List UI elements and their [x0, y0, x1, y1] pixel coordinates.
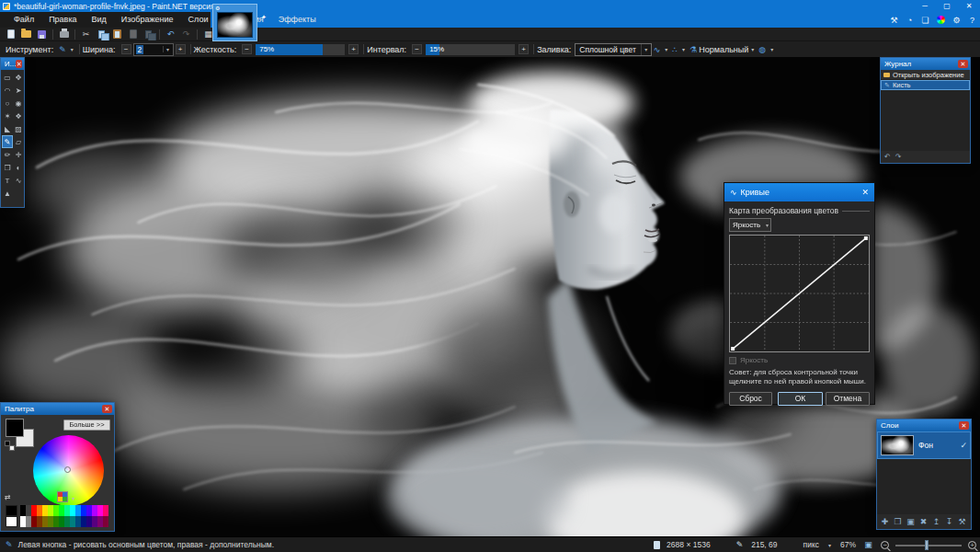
undo-button[interactable]: ↶	[163, 29, 178, 40]
swatch[interactable]	[103, 516, 108, 527]
palette-toggle-icon[interactable]	[935, 14, 947, 26]
tool-recolor[interactable]: ◐	[13, 161, 24, 174]
history-toggle-icon[interactable]: ◔	[904, 14, 916, 26]
palette-panel-close-icon[interactable]: ✕	[102, 405, 112, 413]
tool-move-selected-pixels[interactable]: ✥	[13, 71, 24, 84]
palette-more-button[interactable]: Больше >>	[63, 420, 110, 431]
history-item-open-image[interactable]: Открыть изображение	[881, 70, 970, 80]
tool-text[interactable]: T	[2, 174, 13, 187]
zoom-in-icon[interactable]: +	[968, 541, 976, 549]
hardness-slider[interactable]: 75%	[256, 44, 345, 55]
zoom-slider[interactable]	[895, 540, 962, 550]
crop-button[interactable]	[125, 29, 141, 40]
swatch[interactable]	[103, 505, 108, 516]
layers-panel-close-icon[interactable]: ✕	[959, 421, 969, 430]
palette-menu-chevron[interactable]: ▾	[72, 495, 74, 501]
tool-pan[interactable]: ❖	[13, 109, 24, 122]
cancel-button[interactable]: Отмена	[826, 392, 870, 406]
curve-grid[interactable]	[729, 235, 870, 352]
close-button[interactable]: ✕	[958, 0, 980, 12]
open-file-button[interactable]	[18, 29, 34, 40]
blend-mode-value[interactable]: Нормальный	[699, 45, 748, 54]
width-combo[interactable]: 2 ▾	[133, 43, 174, 56]
menu-file[interactable]: Файл	[6, 12, 41, 28]
tool-eraser[interactable]: ▱	[13, 135, 24, 148]
layer-properties-icon[interactable]: ⚒	[957, 517, 967, 526]
menu-effects[interactable]: Эффекты	[271, 12, 324, 28]
spacing-decrease-button[interactable]: −	[412, 44, 422, 54]
smoothing-chevron[interactable]: ▾	[665, 46, 667, 52]
color-wheel-cursor[interactable]	[64, 466, 71, 473]
tool-paint-bucket[interactable]: ◣	[2, 122, 13, 135]
duplicate-layer-icon[interactable]: ❐	[893, 517, 903, 526]
copy-button[interactable]	[94, 29, 109, 40]
tool-ellipse-select[interactable]: ○	[2, 97, 13, 109]
spacing-slider[interactable]: 15%	[426, 44, 515, 55]
fill-style-combo[interactable]: Сплошной цвет ▾	[575, 43, 652, 56]
width-combo-chevron[interactable]: ▾	[163, 46, 173, 52]
new-file-button[interactable]	[3, 29, 18, 40]
tool-line-curve[interactable]: ∿	[13, 174, 24, 187]
curves-close-icon[interactable]: ✕	[861, 188, 869, 197]
spacing-increase-button[interactable]: +	[518, 44, 529, 54]
units-chevron[interactable]: ▾	[828, 542, 831, 548]
brush-scatter-icon[interactable]: ∴	[672, 45, 678, 54]
paste-button[interactable]	[109, 29, 125, 40]
deselect-button[interactable]	[141, 29, 156, 40]
antialias-chevron[interactable]: ▾	[770, 46, 773, 52]
merge-layer-down-icon[interactable]: ▣	[906, 517, 916, 526]
scatter-chevron[interactable]: ▾	[682, 46, 685, 52]
cut-button[interactable]: ✂	[78, 29, 94, 40]
tools-panel-close-icon[interactable]: ✕	[16, 60, 22, 68]
menu-image[interactable]: Изображение	[114, 12, 181, 28]
layer-visible-check-icon[interactable]: ✓	[960, 441, 967, 450]
image-tab[interactable]: ⚙	[212, 4, 257, 41]
layers-toggle-icon[interactable]: ❏	[919, 14, 931, 26]
width-increase-button[interactable]: +	[176, 44, 186, 54]
zoom-slider-thumb[interactable]	[925, 540, 929, 550]
swatch[interactable]	[6, 505, 17, 516]
layers-panel-title[interactable]: Слои ✕	[877, 420, 971, 431]
tools-panel-title[interactable]: И... ✕	[1, 58, 24, 70]
swatch[interactable]	[6, 516, 17, 527]
zoom-out-icon[interactable]: −	[881, 541, 889, 549]
print-button[interactable]	[56, 29, 72, 40]
tool-paintbrush[interactable]: ✎	[2, 135, 13, 148]
minimize-button[interactable]: ─	[914, 0, 936, 12]
move-layer-down-icon[interactable]: ↧	[944, 517, 954, 526]
palette-menu-icon[interactable]	[57, 491, 68, 502]
tools-toggle-icon[interactable]: ⚒	[888, 14, 900, 26]
tool-rectangle-select[interactable]: ▭	[2, 71, 13, 84]
primary-color-swatch[interactable]	[6, 419, 24, 437]
history-item-brush[interactable]: ✎ Кисть	[881, 80, 970, 90]
image-list-icon[interactable]: ✦	[261, 14, 267, 21]
hardness-decrease-button[interactable]: −	[242, 44, 252, 54]
brightness-checkbox[interactable]: Яркость	[729, 356, 870, 364]
channel-select[interactable]: Яркость ▾	[729, 218, 771, 232]
tool-shapes[interactable]: ▲	[2, 187, 13, 200]
delete-layer-icon[interactable]: ✖	[918, 517, 929, 526]
menu-edit[interactable]: Правка	[41, 12, 84, 28]
swap-colors-icon[interactable]: ⇄	[5, 493, 11, 501]
ok-button[interactable]: ОК	[778, 392, 823, 406]
redo-button[interactable]: ↷	[178, 29, 194, 40]
menu-view[interactable]: Вид	[85, 12, 114, 28]
zoom-value[interactable]: 67%	[840, 540, 856, 549]
save-button[interactable]	[34, 29, 50, 40]
tool-pencil[interactable]: ✏	[2, 148, 13, 161]
add-layer-icon[interactable]: ✚	[880, 517, 890, 526]
tool-color-picker[interactable]: ✛	[13, 148, 24, 161]
tool-clone-stamp[interactable]: ❒	[2, 161, 13, 174]
width-decrease-button[interactable]: −	[121, 44, 131, 54]
settings-icon[interactable]: ⚙	[951, 14, 963, 26]
history-undo-icon[interactable]: ↶	[884, 153, 891, 161]
tool-magic-wand[interactable]: ✶	[2, 109, 13, 122]
tool-move-selection[interactable]: ➤	[13, 84, 24, 97]
move-layer-up-icon[interactable]: ↥	[931, 517, 941, 526]
tool-lasso-select[interactable]: ◠	[2, 84, 13, 97]
brush-smoothing-icon[interactable]: ∿	[654, 45, 661, 54]
tool-zoom[interactable]: ◉	[13, 97, 24, 109]
history-redo-icon[interactable]: ↷	[895, 153, 902, 161]
layer-row-background[interactable]: Фон ✓	[877, 431, 971, 459]
tool-gradient[interactable]: ▨	[13, 122, 24, 135]
